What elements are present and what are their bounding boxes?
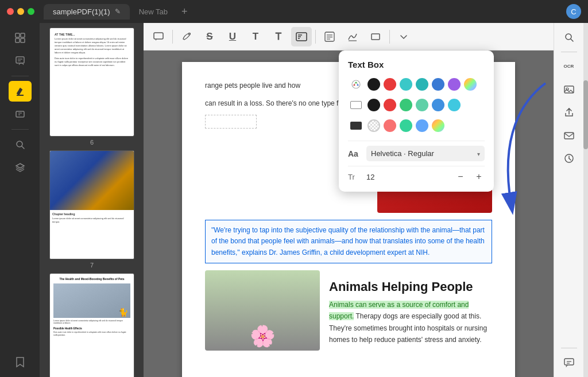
- svg-point-25: [352, 80, 360, 88]
- fill-swatch-none[interactable]: [368, 119, 380, 132]
- border-icon: [348, 97, 364, 113]
- chat-button[interactable]: [559, 353, 579, 372]
- image-edit-button[interactable]: [559, 80, 579, 99]
- thumbnail-panel: AT THE TIME... Lorem ipsum dolor sit ame…: [40, 23, 144, 377]
- pdf-support-text: Animals can serve as a source of comfort…: [329, 299, 492, 346]
- color-swatch-rainbow[interactable]: [464, 78, 477, 91]
- fill-swatch-gradient[interactable]: [432, 119, 444, 132]
- underline-button[interactable]: U: [222, 27, 243, 46]
- size-row: Tr 12 − +: [348, 171, 485, 182]
- left-sidebar: [0, 23, 40, 377]
- fill-swatch-red[interactable]: [384, 119, 396, 132]
- border-swatch-mint[interactable]: [416, 99, 428, 111]
- ocr-button[interactable]: OCR: [559, 57, 579, 76]
- color-swatch-cyan[interactable]: [400, 78, 412, 91]
- svg-point-27: [357, 84, 359, 86]
- search-button[interactable]: [559, 28, 579, 47]
- text-box-input-placeholder[interactable]: [205, 115, 257, 129]
- share-button[interactable]: [559, 103, 579, 122]
- minimize-button[interactable]: [17, 8, 24, 15]
- page-number-7: 7: [90, 262, 94, 269]
- svg-point-28: [355, 82, 357, 84]
- sidebar-icon-thumbnails[interactable]: [9, 28, 32, 48]
- svg-rect-2: [16, 38, 20, 42]
- svg-line-12: [22, 146, 24, 149]
- svg-rect-0: [16, 33, 20, 37]
- text-stroke-button[interactable]: T: [268, 27, 289, 46]
- thumbnails-icon: [14, 32, 26, 44]
- tab-new[interactable]: New Tab: [130, 4, 177, 20]
- size-controls: − +: [455, 171, 485, 182]
- mail-button[interactable]: [559, 126, 579, 145]
- toolbar-sep-1: [172, 30, 173, 44]
- color-swatch-purple[interactable]: [448, 78, 461, 91]
- range-text-content: range pets people live and how: [205, 81, 300, 90]
- color-swatch-red[interactable]: [384, 78, 396, 91]
- bookmark-icon: [15, 356, 25, 368]
- border-swatch-lightblue[interactable]: [448, 99, 461, 111]
- color-swatch-blue[interactable]: [432, 78, 444, 91]
- close-button[interactable]: [7, 8, 14, 15]
- sidebar-icon-search[interactable]: [9, 134, 32, 155]
- fill-rect-icon: [350, 122, 362, 130]
- signature-button[interactable]: [342, 27, 363, 46]
- maximize-button[interactable]: [28, 8, 34, 15]
- highlight-icon: [14, 85, 26, 97]
- strikethrough-button[interactable]: S: [199, 27, 220, 46]
- section-title: Animals Helping People: [329, 279, 492, 294]
- new-tab-button[interactable]: +: [177, 6, 192, 18]
- svg-point-14: [188, 33, 190, 34]
- border-rect-icon: [350, 101, 362, 109]
- pdf-quote: "We're trying to tap into the subjective…: [205, 220, 492, 263]
- sidebar-icon-annotations[interactable]: [9, 50, 32, 71]
- palette-icon: [351, 79, 361, 90]
- scroll-thumb[interactable]: [583, 80, 588, 149]
- clock-button[interactable]: [559, 149, 579, 168]
- toolbar: S U T T: [144, 23, 554, 50]
- size-decrease-button[interactable]: −: [455, 171, 466, 182]
- font-select[interactable]: Helvetica · Regular Arial · Regular Time…: [366, 146, 485, 161]
- border-swatch-green[interactable]: [400, 99, 412, 111]
- border-swatch-blue[interactable]: [432, 99, 444, 111]
- svg-line-31: [571, 39, 573, 41]
- color-swatch-teal[interactable]: [416, 78, 428, 91]
- list-button[interactable]: [319, 27, 340, 46]
- svg-point-26: [354, 84, 355, 86]
- profile-avatar[interactable]: C: [566, 4, 581, 19]
- search-icon: [563, 32, 575, 43]
- tab-pdf[interactable]: samplePDF(1)(1) ✎: [44, 4, 130, 20]
- rectangle-button[interactable]: [365, 27, 386, 46]
- more-button[interactable]: [393, 27, 414, 46]
- fill-swatch-green[interactable]: [400, 119, 412, 132]
- text-button[interactable]: T: [245, 27, 266, 46]
- thumbnail-page-6[interactable]: AT THE TIME... Lorem ipsum dolor sit ame…: [45, 28, 139, 146]
- comment-button[interactable]: [148, 27, 169, 46]
- edit-icon: ✎: [115, 7, 121, 15]
- border-swatch-black[interactable]: [368, 99, 380, 111]
- size-increase-button[interactable]: +: [473, 171, 485, 182]
- color-swatch-black[interactable]: [368, 78, 380, 91]
- forms-icon: [14, 108, 26, 120]
- sidebar-icon-layers[interactable]: [9, 157, 32, 178]
- scroll-track[interactable]: [583, 23, 588, 377]
- fill-swatch-blue[interactable]: [416, 119, 428, 132]
- quote-text: "We're trying to tap into the subjective…: [211, 226, 485, 256]
- flowers-emoji: 🌸: [205, 270, 320, 351]
- sidebar-icon-highlight[interactable]: [9, 81, 32, 102]
- pdf-bottom-section: 🌸 Animals Helping People Animals can ser…: [205, 270, 492, 351]
- svg-rect-34: [564, 133, 574, 139]
- thumbnail-img-7: Chapter heading Lorem ipsum dolor sit am…: [49, 150, 134, 259]
- traffic-lights: [7, 8, 34, 15]
- mail-icon: [563, 130, 575, 141]
- border-swatch-red[interactable]: [384, 99, 396, 111]
- search-sidebar-icon: [14, 139, 26, 150]
- sidebar-icon-forms[interactable]: [9, 104, 32, 125]
- sidebar-icon-bookmark[interactable]: [9, 352, 32, 372]
- size-value: 12: [366, 173, 450, 181]
- thumbnail-page-7[interactable]: Chapter heading Lorem ipsum dolor sit am…: [45, 150, 139, 269]
- textbox-button[interactable]: [291, 27, 312, 46]
- pen-button[interactable]: [176, 27, 197, 46]
- thumbnail-page-8[interactable]: The Health and Mood-Boosting Benefits of…: [45, 273, 139, 377]
- thumb-7-text: Chapter heading Lorem ipsum dolor sit am…: [50, 210, 134, 226]
- tab-pdf-label: samplePDF(1)(1): [53, 7, 110, 16]
